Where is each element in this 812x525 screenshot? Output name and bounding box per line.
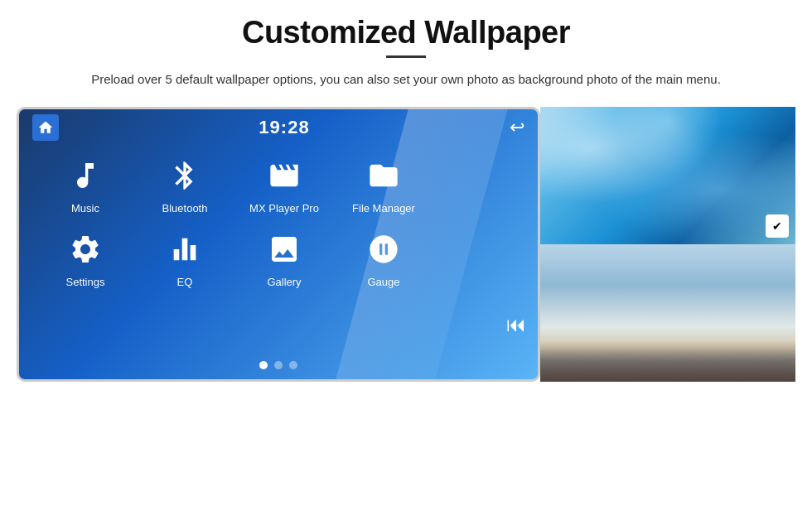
eq-icon: [163, 228, 206, 271]
screen-icons-row2: Settings EQ Gallery: [36, 219, 521, 288]
home-icon[interactable]: [32, 114, 59, 141]
music-label: Music: [71, 202, 99, 214]
ice-cave-overlay: [540, 107, 795, 244]
title-divider: [386, 55, 426, 58]
app-gauge[interactable]: Gauge: [334, 228, 433, 288]
screen-clock: 19:28: [259, 117, 309, 138]
bridge-overlay: [540, 340, 795, 382]
dot-1[interactable]: [259, 361, 268, 369]
app-bluetooth[interactable]: Bluetooth: [135, 154, 234, 214]
thumbnail-golden-gate[interactable]: [540, 244, 795, 382]
car-screen: 19:28 ↩ Music: [17, 107, 540, 382]
screen-icons-section: Music Bluetooth MX Player Pr: [19, 146, 538, 288]
music-icon: [64, 154, 107, 197]
folder-icon: [362, 154, 405, 197]
app-gallery[interactable]: Gallery: [234, 228, 334, 288]
gauge-label: Gauge: [367, 276, 399, 288]
thumbnails-column: ✔: [540, 107, 795, 382]
content-area: 19:28 ↩ Music: [17, 107, 795, 382]
bluetooth-icon: [163, 154, 206, 197]
gallery-icon: [263, 228, 306, 271]
app-filemanager[interactable]: File Manager: [334, 154, 433, 214]
page-title: Customized Wallpaper: [242, 15, 570, 51]
mxplayer-label: MX Player Pro: [249, 202, 319, 214]
app-eq[interactable]: EQ: [135, 228, 234, 288]
bluetooth-label: Bluetooth: [162, 202, 208, 214]
filemanager-label: File Manager: [352, 202, 415, 214]
page-subtitle: Preload over 5 default wallpaper options…: [91, 70, 721, 89]
screen-dots: [259, 361, 297, 369]
video-icon: [263, 154, 306, 197]
back-icon[interactable]: ↩: [510, 117, 524, 138]
thumbnail-ice-cave[interactable]: ✔: [540, 107, 795, 244]
settings-icon: [64, 228, 107, 271]
settings-label: Settings: [66, 276, 105, 288]
app-music[interactable]: Music: [36, 154, 135, 214]
dot-2[interactable]: [274, 361, 283, 369]
media-prev-icon[interactable]: ⏮: [506, 313, 526, 336]
eq-label: EQ: [177, 276, 193, 288]
bookmark-badge: ✔: [766, 214, 789, 238]
gallery-label: Gallery: [267, 276, 301, 288]
dot-3[interactable]: [289, 361, 297, 369]
screen-icons-row1: Music Bluetooth MX Player Pr: [36, 146, 521, 214]
app-mxplayer[interactable]: MX Player Pro: [234, 154, 334, 214]
gauge-icon: [362, 228, 405, 271]
screen-topbar: 19:28 ↩: [19, 109, 538, 146]
app-settings[interactable]: Settings: [36, 228, 135, 288]
